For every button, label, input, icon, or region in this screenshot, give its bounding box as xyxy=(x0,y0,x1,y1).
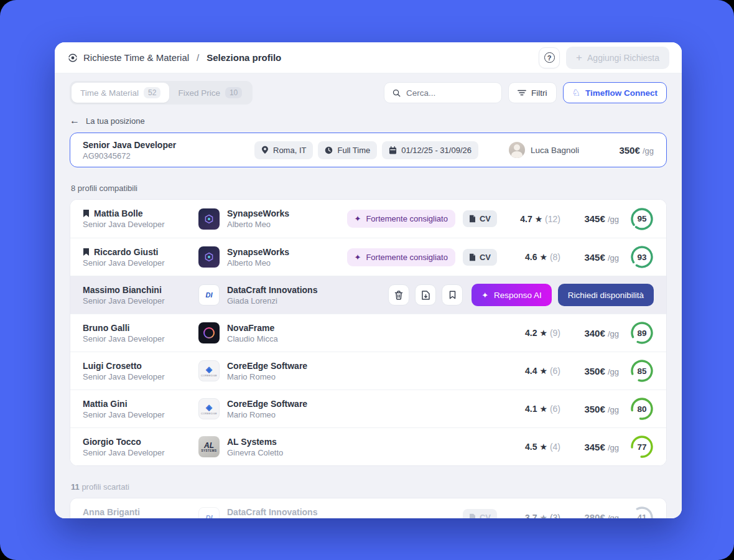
match-score-value: 93 xyxy=(630,245,654,269)
rating: 4.2 ★ (9) xyxy=(507,328,560,338)
match-score-ring: 95 xyxy=(630,207,654,231)
cv-badge[interactable]: CV xyxy=(463,509,497,518)
profile-name: Bruno Galli xyxy=(83,323,129,333)
help-icon: ? xyxy=(544,52,555,63)
company-contact: Mario Romeo xyxy=(227,410,307,419)
synapseworks-logo xyxy=(198,208,220,230)
help-button[interactable]: ? xyxy=(539,47,560,68)
match-score-ring: 93 xyxy=(630,245,654,269)
breadcrumb-separator: / xyxy=(197,52,199,63)
match-score-ring: 89 xyxy=(630,321,654,345)
compatible-section-label: 8 profili compatibili xyxy=(71,184,666,193)
compatible-profiles-list: Mattia Bolle Senior Java Developer Synap… xyxy=(70,199,667,466)
profile-row-selected[interactable]: Massimo Bianchini Senior Java Developer … xyxy=(70,276,666,314)
tab-time-material[interactable]: Time & Material 52 xyxy=(72,83,169,103)
cv-label: CV xyxy=(480,214,491,223)
match-score-value: 85 xyxy=(630,359,654,383)
profile-role: Senior Java Developer xyxy=(83,372,198,381)
profile-role: Senior Java Developer xyxy=(83,296,198,306)
position-card[interactable]: Senior Java Developer AG90345672 Roma, I… xyxy=(70,133,667,167)
file-download-icon xyxy=(422,291,430,300)
match-score-ring: 77 xyxy=(630,435,654,459)
document-icon xyxy=(469,253,476,261)
company-contact: Alberto Meo xyxy=(227,258,289,268)
company-contact: Mario Romeo xyxy=(227,372,307,381)
profile-row[interactable]: Luigi Crosetto Senior Java Developer ◈ C… xyxy=(70,352,666,390)
rating: 4.6 ★ (8) xyxy=(507,252,560,262)
document-icon xyxy=(469,513,476,518)
export-cv-button[interactable] xyxy=(415,284,436,306)
discarded-profile-row[interactable]: Anna Briganti Junior Java Developer DI D… xyxy=(70,498,666,518)
tab-label: Time & Material xyxy=(80,88,139,98)
profile-row[interactable]: Riccardo Giusti Senior Java Developer Sy… xyxy=(70,238,666,276)
profile-price: 280€ /gg xyxy=(560,512,619,518)
cv-badge[interactable]: CV xyxy=(463,249,497,266)
synapseworks-logo xyxy=(198,246,220,268)
profile-row[interactable]: Bruno Galli Senior Java Developer NovaFr… xyxy=(70,314,666,352)
position-owner: Luca Bagnoli xyxy=(509,142,579,158)
company-name: SynapseWorks xyxy=(227,208,289,218)
back-row: ← La tua posizione xyxy=(70,115,667,126)
requests-target-icon xyxy=(67,52,78,63)
filters-button[interactable]: Filtri xyxy=(508,82,557,103)
tab-group: Time & Material 52 Fixed Price 10 xyxy=(70,81,253,105)
alsystems-logo: AL SYSTEMS xyxy=(198,436,220,457)
search-icon xyxy=(392,88,401,98)
clock-icon xyxy=(325,146,333,154)
profile-row[interactable]: Giorgio Tocco Senior Java Developer AL S… xyxy=(70,427,666,465)
request-availability-button[interactable]: Richiedi disponibilità xyxy=(558,284,654,306)
price-unit: /gg xyxy=(643,146,654,156)
profile-name: Anna Briganti xyxy=(83,507,140,517)
timeflow-connect-button[interactable]: ♘ Timeflow Connect xyxy=(563,82,667,103)
company-name: CoreEdge Software xyxy=(227,399,307,409)
back-arrow-icon[interactable]: ← xyxy=(70,115,80,126)
profile-price: 345€ /gg xyxy=(560,252,619,263)
dates-chip: 01/12/25 - 31/09/26 xyxy=(382,141,478,159)
match-score-value: 95 xyxy=(630,207,654,231)
add-request-button[interactable]: + Aggiungi Richiesta xyxy=(566,47,669,69)
breadcrumb: Richieste Time & Material / Seleziona pr… xyxy=(67,52,281,63)
star-icon: ★ xyxy=(539,442,547,452)
company-contact: Claudio Micca xyxy=(227,334,278,343)
match-score-value: 80 xyxy=(630,397,654,421)
bookmark-icon xyxy=(83,209,90,218)
position-chips: Roma, IT Full Time xyxy=(254,141,478,159)
price-value: 350€ xyxy=(619,145,639,156)
location-pin-icon xyxy=(261,146,269,154)
datacraft-logo: DI xyxy=(198,284,220,306)
plus-icon: + xyxy=(576,52,582,64)
ai-response-button[interactable]: ✦ Responso AI xyxy=(472,284,551,306)
star-icon: ★ xyxy=(539,404,547,414)
calendar-icon xyxy=(389,146,397,154)
company-name: SynapseWorks xyxy=(227,247,289,257)
cv-badge[interactable]: CV xyxy=(463,210,497,227)
star-icon: ★ xyxy=(535,214,543,224)
profile-row[interactable]: Mattia Bolle Senior Java Developer Synap… xyxy=(70,200,666,238)
company-name: DataCraft Innovations xyxy=(227,285,317,295)
datacraft-logo: DI xyxy=(198,507,220,519)
profile-name: Massimo Bianchini xyxy=(83,285,162,295)
position-price: 350€ /gg xyxy=(579,145,654,156)
sparkle-icon: ✦ xyxy=(355,253,361,262)
profile-price: 345€ /gg xyxy=(560,442,619,452)
profile-row[interactable]: Mattia Gini Senior Java Developer ◈ CORE… xyxy=(70,390,666,427)
star-icon: ★ xyxy=(539,252,547,262)
bookmark-button[interactable] xyxy=(442,284,463,306)
app-window: Richieste Time & Material / Seleziona pr… xyxy=(55,42,682,518)
tab-label: Fixed Price xyxy=(178,88,220,98)
contract-label: Full Time xyxy=(337,146,370,155)
search-input[interactable] xyxy=(406,88,487,98)
back-link-label[interactable]: La tua posizione xyxy=(86,116,145,126)
window-body: Time & Material 52 Fixed Price 10 xyxy=(55,73,682,518)
breadcrumb-section[interactable]: Richieste Time & Material xyxy=(83,52,189,63)
profile-price: 340€ /gg xyxy=(560,328,619,338)
tab-fixed-price[interactable]: Fixed Price 10 xyxy=(169,83,251,103)
profile-price: 350€ /gg xyxy=(560,366,619,376)
location-chip: Roma, IT xyxy=(254,141,313,159)
toolbar: Time & Material 52 Fixed Price 10 xyxy=(70,81,667,105)
recommended-badge: ✦ Fortemente consigliato xyxy=(347,210,455,228)
profile-role: Senior Java Developer xyxy=(83,220,198,229)
match-score-value: 77 xyxy=(630,435,654,459)
delete-button[interactable] xyxy=(388,284,409,306)
cv-label: CV xyxy=(480,253,491,262)
